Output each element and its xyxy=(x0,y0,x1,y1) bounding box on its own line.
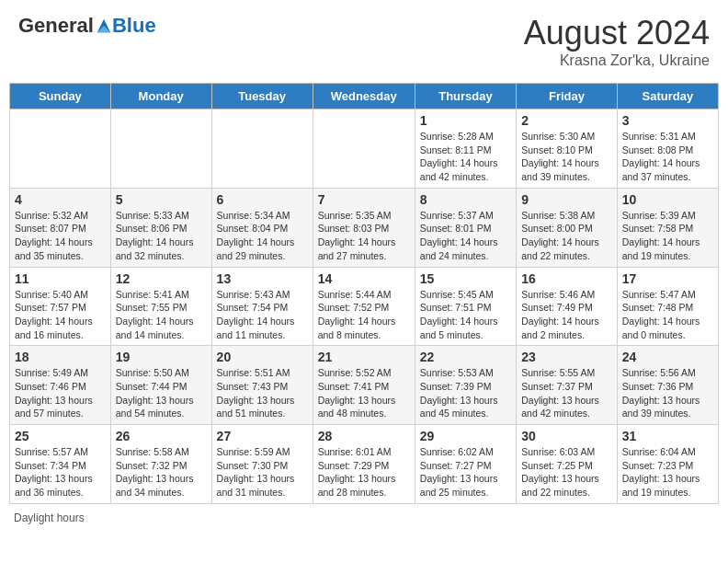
day-number: 10 xyxy=(622,192,713,207)
logo-blue-text: Blue xyxy=(112,14,156,38)
calendar-week-row: 1Sunrise: 5:28 AM Sunset: 8:11 PM Daylig… xyxy=(10,109,719,189)
day-info: Sunrise: 5:55 AM Sunset: 7:37 PM Dayligh… xyxy=(521,366,612,420)
day-info: Sunrise: 5:37 AM Sunset: 8:01 PM Dayligh… xyxy=(420,209,511,263)
calendar-cell: 5Sunrise: 5:33 AM Sunset: 8:06 PM Daylig… xyxy=(110,188,211,267)
footer-note: Daylight hours xyxy=(9,511,719,524)
calendar-cell: 3Sunrise: 5:31 AM Sunset: 8:08 PM Daylig… xyxy=(617,109,718,189)
day-number: 26 xyxy=(116,429,207,443)
day-info: Sunrise: 5:46 AM Sunset: 7:49 PM Dayligh… xyxy=(521,288,612,342)
day-number: 27 xyxy=(217,429,308,443)
calendar-cell: 19Sunrise: 5:50 AM Sunset: 7:44 PM Dayli… xyxy=(110,346,211,425)
calendar-week-row: 25Sunrise: 5:57 AM Sunset: 7:34 PM Dayli… xyxy=(10,425,719,504)
day-info: Sunrise: 6:04 AM Sunset: 7:23 PM Dayligh… xyxy=(622,445,713,500)
day-info: Sunrise: 5:31 AM Sunset: 8:08 PM Dayligh… xyxy=(622,130,713,184)
day-number: 8 xyxy=(420,192,511,207)
day-header-thursday: Thursday xyxy=(415,84,516,109)
day-number: 1 xyxy=(420,113,511,128)
title-block: August 2024 Krasna Zor'ka, Ukraine xyxy=(524,14,710,69)
calendar-subtitle: Krasna Zor'ka, Ukraine xyxy=(524,52,710,69)
day-number: 16 xyxy=(521,271,612,286)
calendar-cell: 8Sunrise: 5:37 AM Sunset: 8:01 PM Daylig… xyxy=(415,188,516,267)
calendar-cell: 21Sunrise: 5:52 AM Sunset: 7:41 PM Dayli… xyxy=(313,346,415,425)
day-info: Sunrise: 5:59 AM Sunset: 7:30 PM Dayligh… xyxy=(217,445,308,500)
day-number: 9 xyxy=(521,192,612,207)
day-header-saturday: Saturday xyxy=(617,84,718,109)
day-number: 13 xyxy=(217,271,308,286)
calendar-cell: 7Sunrise: 5:35 AM Sunset: 8:03 PM Daylig… xyxy=(313,188,415,267)
day-info: Sunrise: 5:34 AM Sunset: 8:04 PM Dayligh… xyxy=(217,209,308,263)
logo-icon xyxy=(96,17,112,34)
calendar-week-row: 18Sunrise: 5:49 AM Sunset: 7:46 PM Dayli… xyxy=(10,346,719,425)
day-info: Sunrise: 6:01 AM Sunset: 7:29 PM Dayligh… xyxy=(318,445,410,500)
day-info: Sunrise: 5:58 AM Sunset: 7:32 PM Dayligh… xyxy=(116,445,207,500)
calendar-cell: 26Sunrise: 5:58 AM Sunset: 7:32 PM Dayli… xyxy=(110,425,211,504)
day-info: Sunrise: 5:33 AM Sunset: 8:06 PM Dayligh… xyxy=(116,209,207,263)
day-info: Sunrise: 5:39 AM Sunset: 7:58 PM Dayligh… xyxy=(622,209,713,263)
calendar-title: August 2024 xyxy=(524,14,710,52)
calendar-cell: 4Sunrise: 5:32 AM Sunset: 8:07 PM Daylig… xyxy=(10,188,111,267)
day-info: Sunrise: 5:56 AM Sunset: 7:36 PM Dayligh… xyxy=(622,366,713,420)
day-header-tuesday: Tuesday xyxy=(211,84,313,109)
day-number: 31 xyxy=(622,429,713,443)
calendar-cell: 16Sunrise: 5:46 AM Sunset: 7:49 PM Dayli… xyxy=(517,267,618,346)
page-header: General Blue August 2024 Krasna Zor'ka, … xyxy=(9,9,719,74)
day-number: 11 xyxy=(15,271,106,286)
calendar-header-row: SundayMondayTuesdayWednesdayThursdayFrid… xyxy=(10,84,719,109)
calendar-cell xyxy=(211,109,313,189)
calendar-cell: 30Sunrise: 6:03 AM Sunset: 7:25 PM Dayli… xyxy=(517,425,618,504)
day-info: Sunrise: 5:30 AM Sunset: 8:10 PM Dayligh… xyxy=(521,130,612,184)
day-info: Sunrise: 5:49 AM Sunset: 7:46 PM Dayligh… xyxy=(15,366,106,420)
day-number: 19 xyxy=(116,350,207,364)
day-number: 5 xyxy=(116,192,207,207)
calendar-cell: 29Sunrise: 6:02 AM Sunset: 7:27 PM Dayli… xyxy=(415,425,516,504)
calendar-cell: 27Sunrise: 5:59 AM Sunset: 7:30 PM Dayli… xyxy=(211,425,313,504)
calendar-cell: 14Sunrise: 5:44 AM Sunset: 7:52 PM Dayli… xyxy=(313,267,415,346)
day-info: Sunrise: 5:53 AM Sunset: 7:39 PM Dayligh… xyxy=(420,366,511,420)
calendar-table: SundayMondayTuesdayWednesdayThursdayFrid… xyxy=(9,83,719,504)
day-number: 6 xyxy=(217,192,308,207)
day-info: Sunrise: 5:41 AM Sunset: 7:55 PM Dayligh… xyxy=(116,288,207,342)
day-info: Sunrise: 5:43 AM Sunset: 7:54 PM Dayligh… xyxy=(217,288,308,342)
day-number: 21 xyxy=(318,350,410,364)
day-header-wednesday: Wednesday xyxy=(313,84,415,109)
day-info: Sunrise: 5:52 AM Sunset: 7:41 PM Dayligh… xyxy=(318,366,410,420)
day-number: 23 xyxy=(521,350,612,364)
day-number: 20 xyxy=(217,350,308,364)
calendar-cell: 31Sunrise: 6:04 AM Sunset: 7:23 PM Dayli… xyxy=(617,425,718,504)
day-info: Sunrise: 5:57 AM Sunset: 7:34 PM Dayligh… xyxy=(15,445,106,500)
day-header-friday: Friday xyxy=(517,84,618,109)
day-info: Sunrise: 5:45 AM Sunset: 7:51 PM Dayligh… xyxy=(420,288,511,342)
calendar-cell: 17Sunrise: 5:47 AM Sunset: 7:48 PM Dayli… xyxy=(617,267,718,346)
day-info: Sunrise: 6:02 AM Sunset: 7:27 PM Dayligh… xyxy=(420,445,511,500)
calendar-cell: 10Sunrise: 5:39 AM Sunset: 7:58 PM Dayli… xyxy=(617,188,718,267)
calendar-cell: 9Sunrise: 5:38 AM Sunset: 8:00 PM Daylig… xyxy=(517,188,618,267)
calendar-cell: 22Sunrise: 5:53 AM Sunset: 7:39 PM Dayli… xyxy=(415,346,516,425)
day-number: 25 xyxy=(15,429,106,443)
day-info: Sunrise: 5:38 AM Sunset: 8:00 PM Dayligh… xyxy=(521,209,612,263)
calendar-cell: 12Sunrise: 5:41 AM Sunset: 7:55 PM Dayli… xyxy=(110,267,211,346)
calendar-cell: 24Sunrise: 5:56 AM Sunset: 7:36 PM Dayli… xyxy=(617,346,718,425)
day-number: 14 xyxy=(318,271,410,286)
day-number: 2 xyxy=(521,113,612,128)
calendar-week-row: 4Sunrise: 5:32 AM Sunset: 8:07 PM Daylig… xyxy=(10,188,719,267)
day-info: Sunrise: 5:44 AM Sunset: 7:52 PM Dayligh… xyxy=(318,288,410,342)
calendar-cell: 23Sunrise: 5:55 AM Sunset: 7:37 PM Dayli… xyxy=(517,346,618,425)
day-number: 24 xyxy=(622,350,713,364)
day-number: 30 xyxy=(521,429,612,443)
day-number: 7 xyxy=(318,192,410,207)
day-header-sunday: Sunday xyxy=(10,84,111,109)
calendar-cell: 25Sunrise: 5:57 AM Sunset: 7:34 PM Dayli… xyxy=(10,425,111,504)
day-info: Sunrise: 5:40 AM Sunset: 7:57 PM Dayligh… xyxy=(15,288,106,342)
logo: General Blue xyxy=(18,14,156,38)
day-number: 28 xyxy=(318,429,410,443)
day-number: 15 xyxy=(420,271,511,286)
calendar-cell: 13Sunrise: 5:43 AM Sunset: 7:54 PM Dayli… xyxy=(211,267,313,346)
day-number: 29 xyxy=(420,429,511,443)
calendar-cell: 1Sunrise: 5:28 AM Sunset: 8:11 PM Daylig… xyxy=(415,109,516,189)
day-info: Sunrise: 5:47 AM Sunset: 7:48 PM Dayligh… xyxy=(622,288,713,342)
calendar-cell: 15Sunrise: 5:45 AM Sunset: 7:51 PM Dayli… xyxy=(415,267,516,346)
day-number: 12 xyxy=(116,271,207,286)
day-info: Sunrise: 5:51 AM Sunset: 7:43 PM Dayligh… xyxy=(217,366,308,420)
calendar-cell xyxy=(10,109,111,189)
day-header-monday: Monday xyxy=(110,84,211,109)
